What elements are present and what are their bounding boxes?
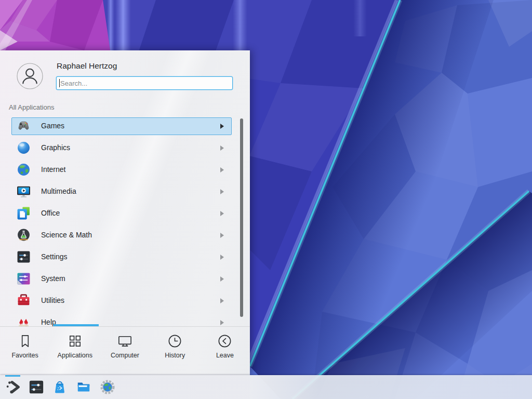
category-office[interactable]: Office bbox=[0, 203, 250, 224]
application-launcher-menu: Raphael Hertzog All Applications bbox=[0, 50, 250, 375]
category-science-math[interactable]: Science & Math bbox=[0, 224, 250, 246]
user-name: Raphael Hertzog bbox=[57, 61, 117, 71]
tab-leave[interactable]: Leave bbox=[200, 327, 250, 375]
tab-label: Favorites bbox=[11, 352, 38, 359]
flask-icon bbox=[17, 228, 31, 242]
blue-sphere-icon bbox=[17, 141, 31, 155]
dark-sliders-icon bbox=[17, 250, 31, 264]
gamepad-icon bbox=[17, 119, 31, 133]
system-settings-icon[interactable] bbox=[29, 379, 44, 395]
submenu-arrow-icon bbox=[220, 211, 224, 216]
submenu-arrow-icon bbox=[220, 276, 224, 282]
submenu-arrow-icon bbox=[220, 167, 224, 172]
category-label: Settings bbox=[41, 252, 68, 261]
tab-label: Computer bbox=[111, 352, 139, 359]
search-input[interactable] bbox=[56, 76, 233, 90]
bookmark-icon bbox=[17, 333, 33, 349]
submenu-arrow-icon bbox=[220, 233, 224, 238]
category-graphics[interactable]: Graphics bbox=[0, 137, 250, 159]
submenu-arrow-icon bbox=[220, 145, 224, 151]
monitor-play-icon bbox=[17, 184, 31, 198]
category-internet[interactable]: Internet bbox=[0, 159, 250, 181]
leave-icon bbox=[217, 333, 233, 349]
submenu-arrow-icon bbox=[220, 320, 224, 325]
tab-label: History bbox=[165, 352, 185, 359]
launcher-active-indicator bbox=[5, 375, 20, 377]
category-label: Multimedia bbox=[41, 187, 76, 195]
menu-tab-bar: Favorites Applications Computer bbox=[0, 327, 250, 375]
taskbar-panel: ES 7:03 PM 4/24/21 bbox=[0, 375, 532, 399]
globe-icon bbox=[17, 163, 31, 177]
menu-header: Raphael Hertzog bbox=[0, 50, 250, 102]
category-utilities[interactable]: Utilities bbox=[0, 290, 250, 312]
submenu-arrow-icon bbox=[220, 124, 224, 129]
dolphin-folder-icon[interactable] bbox=[76, 379, 91, 395]
category-label: Internet bbox=[41, 165, 65, 174]
gradient-sliders-icon bbox=[17, 272, 31, 286]
category-label: Office bbox=[41, 209, 60, 217]
tab-computer[interactable]: Computer bbox=[100, 327, 150, 375]
category-system[interactable]: System bbox=[0, 268, 250, 290]
text-caret bbox=[59, 79, 60, 87]
red-toolbox-icon bbox=[17, 294, 31, 308]
tab-label: Leave bbox=[216, 352, 234, 359]
category-multimedia[interactable]: Multimedia bbox=[0, 181, 250, 203]
section-label: All Applications bbox=[9, 103, 54, 111]
category-label: System bbox=[41, 274, 65, 283]
category-help[interactable]: Help bbox=[0, 312, 250, 327]
category-label: Games bbox=[41, 122, 64, 130]
category-games[interactable]: Games bbox=[0, 115, 250, 137]
category-settings[interactable]: Settings bbox=[0, 246, 250, 268]
globe-gear-icon[interactable] bbox=[100, 379, 115, 395]
category-label: Utilities bbox=[41, 296, 64, 304]
tab-favorites[interactable]: Favorites bbox=[0, 327, 50, 375]
category-label: Graphics bbox=[41, 143, 70, 152]
user-avatar[interactable] bbox=[17, 63, 43, 89]
category-label: Science & Math bbox=[41, 231, 92, 239]
documents-icon bbox=[17, 206, 31, 220]
discover-icon[interactable] bbox=[52, 379, 68, 395]
tab-history[interactable]: History bbox=[150, 327, 200, 375]
scrollbar[interactable] bbox=[240, 118, 243, 317]
submenu-arrow-icon bbox=[220, 255, 224, 260]
category-list: Games Graphics bbox=[0, 115, 250, 327]
lifebuoy-icon bbox=[17, 315, 31, 327]
computer-icon bbox=[117, 333, 133, 349]
tab-label: Applications bbox=[58, 352, 92, 359]
submenu-arrow-icon bbox=[220, 298, 224, 303]
tab-applications[interactable]: Applications bbox=[50, 327, 100, 375]
app-launcher-icon[interactable] bbox=[5, 379, 21, 395]
submenu-arrow-icon bbox=[220, 189, 224, 194]
clock-icon bbox=[167, 333, 183, 349]
grid-icon bbox=[67, 333, 83, 349]
